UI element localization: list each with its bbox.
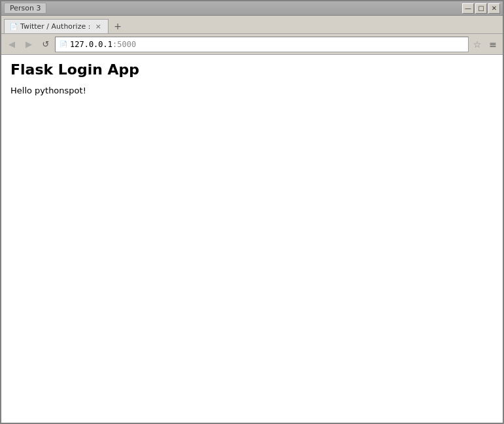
bookmark-star-button[interactable]: ☆: [470, 37, 484, 52]
maximize-button[interactable]: □: [475, 3, 487, 14]
tab-label: Twitter / Authorize :: [20, 22, 92, 31]
titlebar: Person 3 — □ ✕: [1, 1, 503, 16]
back-button[interactable]: ◀: [4, 37, 20, 52]
minimize-button[interactable]: —: [462, 3, 474, 14]
close-button[interactable]: ✕: [488, 3, 500, 14]
titlebar-controls: — □ ✕: [462, 3, 500, 14]
page-greeting: Hello pythonspot!: [10, 86, 494, 95]
browser-window: Person 3 — □ ✕ 📄 Twitter / Authorize : ×…: [0, 0, 504, 424]
titlebar-user-label: Person 3: [4, 3, 46, 14]
tab-close-button[interactable]: ×: [94, 22, 103, 31]
forward-button[interactable]: ▶: [21, 37, 37, 52]
address-bar[interactable]: 📄 127.0.0.1:5000: [55, 37, 469, 52]
page-title: Flask Login App: [10, 61, 494, 78]
address-text: 127.0.0.1:5000: [70, 40, 136, 49]
browser-content: Flask Login App Hello pythonspot!: [1, 55, 503, 423]
navbar: ◀ ▶ ↺ 📄 127.0.0.1:5000 ☆ ≡: [1, 34, 503, 55]
titlebar-left: Person 3: [4, 3, 46, 14]
address-page-icon: 📄: [59, 41, 67, 48]
tab-page-icon: 📄: [10, 23, 18, 30]
reload-button[interactable]: ↺: [38, 37, 54, 52]
browser-menu-button[interactable]: ≡: [486, 37, 500, 52]
address-port: :5000: [112, 40, 136, 49]
tabbar: 📄 Twitter / Authorize : × +: [1, 16, 503, 34]
address-host: 127.0.0.1: [70, 40, 112, 49]
new-tab-button[interactable]: +: [109, 19, 127, 33]
browser-tab[interactable]: 📄 Twitter / Authorize : ×: [4, 19, 109, 33]
